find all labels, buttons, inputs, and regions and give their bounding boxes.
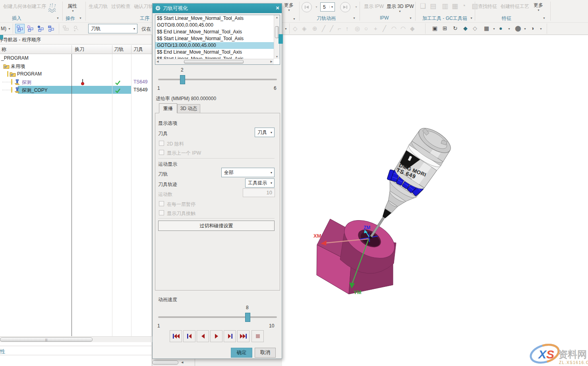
chamfer-icon[interactable]: ╱ xyxy=(383,25,386,32)
insert-group-dropdown-icon[interactable]: ▼ xyxy=(56,17,59,19)
ok-button[interactable]: 确定 xyxy=(231,348,252,358)
toolpath-display-combo[interactable]: 全部▼ xyxy=(221,168,275,177)
ipw-group-dropdown-icon[interactable]: ▼ xyxy=(409,17,412,19)
geometry-view-button[interactable] xyxy=(36,24,45,33)
checkbox-pause-each-layer[interactable] xyxy=(159,201,164,206)
face-icon[interactable]: ◠ xyxy=(391,25,397,32)
polyline-icon[interactable]: ╱ xyxy=(330,25,333,32)
find-in-navigator-button[interactable] xyxy=(61,24,71,33)
column-name[interactable]: 称 xyxy=(2,46,6,53)
shaded-display-icon[interactable]: ◆ xyxy=(463,25,468,31)
column-tool[interactable]: 刀具 xyxy=(133,46,143,53)
tool-library-icon[interactable]: ❑ xyxy=(420,2,426,10)
list-hscrollbar[interactable]: ◀ ▶ xyxy=(155,59,274,64)
grid-dropdown-icon[interactable]: ▼ xyxy=(493,27,495,30)
tool-copy-icon[interactable]: ▥ xyxy=(442,2,448,10)
line-icon[interactable]: ╱ xyxy=(322,25,325,32)
column-toolchange[interactable]: 换刀 xyxy=(75,46,84,53)
close-icon[interactable]: × xyxy=(276,4,279,11)
section-details[interactable]: 节 xyxy=(0,358,152,365)
tool-display-combo[interactable]: 刀具▼ xyxy=(255,128,275,137)
detail-hscroll-thumb[interactable] xyxy=(152,360,178,365)
navigator-hscrollbar[interactable]: ||| xyxy=(0,336,152,342)
play-forward-button[interactable] xyxy=(210,330,222,342)
cylinder-view-icon[interactable]: ⬤ xyxy=(515,25,521,31)
gcode-line[interactable]: $$ Start Linear_Move_Normal_Tool_Axis xyxy=(155,15,274,22)
animation-next-dropdown-icon[interactable]: ▼ xyxy=(355,6,358,8)
single-step-forward-button[interactable] xyxy=(224,330,236,342)
solid-icon[interactable]: ◆ xyxy=(410,25,415,32)
single-step-back-button[interactable] xyxy=(183,330,195,342)
gcode-line[interactable]: GOTO/8.000,0.000,45.000 xyxy=(155,22,274,29)
faces-icon[interactable]: ◠ xyxy=(400,25,406,32)
orient-view-dropdown-icon[interactable]: ▼ xyxy=(540,27,542,30)
gcode-line[interactable]: $$ End Linear_Move_Normal_Tool_Axis xyxy=(155,49,274,56)
create-geometry-button[interactable]: 创建几何体 xyxy=(3,3,27,10)
progress-slider-thumb[interactable] xyxy=(180,75,185,84)
dialog-rail-handle[interactable] xyxy=(279,34,283,44)
toolpath-filter-combo[interactable]: 刀轨 ▼ xyxy=(88,24,137,33)
workpiece[interactable] xyxy=(317,213,401,294)
gcode-line[interactable]: $$ End Linear_Move_Normal_Tool_Axis xyxy=(155,29,274,35)
properties-dropdown-icon[interactable]: ▼ xyxy=(72,10,74,12)
animation-group-dropdown-icon[interactable]: ▼ xyxy=(353,17,356,19)
animation-next-button[interactable] xyxy=(340,2,350,12)
point-plus-icon[interactable]: + xyxy=(374,25,377,32)
spinner-dropdown-icon[interactable]: ▼ xyxy=(329,6,335,8)
render-style-icon[interactable]: ● xyxy=(499,25,502,31)
tree-row[interactable]: 探测_COPYTS649 xyxy=(0,86,152,94)
gcode-line[interactable]: $$ Start Linear_Move_Normal_Tool_Axis xyxy=(155,56,274,59)
cylinder-view-dropdown-icon[interactable]: ▼ xyxy=(524,27,526,30)
ellipse-icon[interactable]: ○ xyxy=(364,25,368,32)
tree-row[interactable]: 探测TS649 xyxy=(0,78,152,86)
stop-button[interactable] xyxy=(251,330,264,342)
scroll-down-icon[interactable]: ▼ xyxy=(274,55,280,58)
circle-icon[interactable]: ◎ xyxy=(355,25,360,32)
tool-view-button[interactable] xyxy=(46,24,56,33)
wireframe-cube-icon[interactable]: ◈ xyxy=(302,25,307,32)
checkbox-2d-removal[interactable] xyxy=(159,141,164,146)
group-dropdown-icon[interactable]: ▼ xyxy=(293,17,296,20)
scroll-left-icon[interactable]: ◀ xyxy=(181,361,183,364)
show-3d-ipw-button[interactable]: 显示 3D IPW xyxy=(387,3,414,10)
hscrollbar-thumb[interactable]: ||| xyxy=(0,337,93,342)
generate-toolpath-button[interactable]: 生成刀轨 xyxy=(89,3,108,10)
tree-row[interactable]: _PROGRAM xyxy=(0,54,152,62)
properties-button[interactable]: 属性 xyxy=(68,3,77,10)
more-dropdown-icon[interactable]: ▼ xyxy=(288,9,290,12)
progress-slider-track[interactable] xyxy=(158,79,277,80)
machine-tool-view-button[interactable] xyxy=(25,24,35,33)
spline-icon[interactable]: ⌐ xyxy=(338,25,341,32)
orient-view-icon[interactable]: ◑ xyxy=(531,25,534,31)
feature-group-dropdown-icon[interactable]: ▼ xyxy=(543,17,545,19)
dialog-titlebar[interactable]: 刀轨可视化 × xyxy=(153,4,282,13)
render-style-dropdown-icon[interactable]: ▼ xyxy=(508,27,511,30)
view-combo-partial[interactable]: M) xyxy=(1,26,6,31)
surface-waves-icon[interactable] xyxy=(48,2,57,14)
tree-row[interactable]: PROGRAM xyxy=(0,70,152,78)
play-reverse-button[interactable] xyxy=(197,330,209,342)
motion-count-field[interactable]: 10 xyxy=(243,188,275,197)
gouge-check-button[interactable]: 过切检查 xyxy=(111,3,130,10)
checkbox-prev-ipw[interactable] xyxy=(159,150,164,155)
more-button[interactable]: 更多 xyxy=(284,2,294,9)
grid-display-icon[interactable]: ▦ xyxy=(484,25,489,31)
section-dependencies[interactable]: 关性 xyxy=(0,348,152,355)
zoom-window-icon[interactable]: ▣ xyxy=(432,25,437,31)
tree-row[interactable]: 未用项 xyxy=(0,62,152,70)
fit-view-icon[interactable]: ⊞ xyxy=(443,25,447,31)
find-feature-button[interactable]: 查找特征 xyxy=(478,3,497,10)
checkbox-show-contact[interactable] xyxy=(159,210,164,215)
speed-slider-track[interactable] xyxy=(158,316,277,318)
tool-clock-icon[interactable]: ◔ xyxy=(462,2,466,10)
gcode-listbox[interactable]: $$ Start Linear_Move_Normal_Tool_AxisGOT… xyxy=(155,15,280,65)
tool-doc-icon[interactable]: ▤ xyxy=(430,2,436,10)
refresh-view-icon[interactable]: ↻ xyxy=(453,25,458,31)
cancel-button[interactable]: 取消 xyxy=(255,348,276,358)
snap-point-icon[interactable]: ⊕ xyxy=(312,25,317,32)
scroll-right-icon[interactable]: ▶ xyxy=(271,60,273,63)
expand-navigator-button[interactable] xyxy=(72,24,81,33)
go-to-start-button[interactable] xyxy=(170,330,182,342)
scroll-up-icon[interactable]: ▲ xyxy=(274,16,280,19)
animation-previous-button[interactable] xyxy=(302,2,312,12)
